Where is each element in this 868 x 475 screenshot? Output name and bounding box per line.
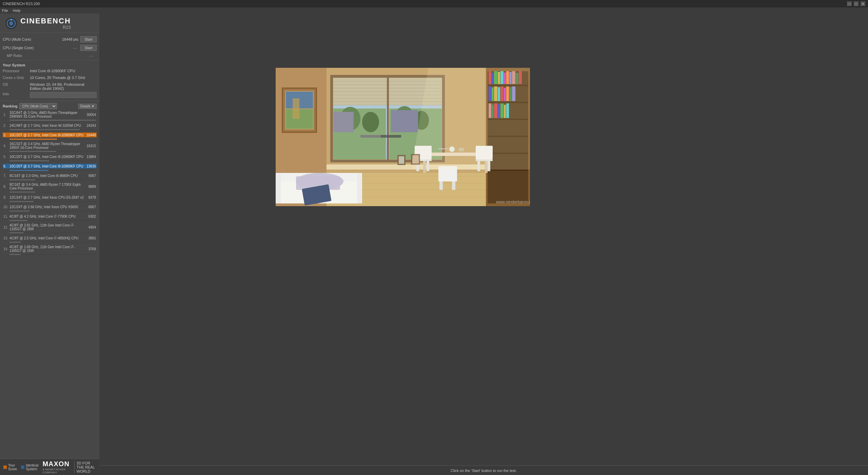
score-bar-row xyxy=(3,200,97,204)
benchmark-section: CPU (Multi Core) 16448 pts Start CPU (Si… xyxy=(0,33,99,60)
menubar: File Help xyxy=(0,7,868,14)
rank-spec: 12C/24T @ 2.7 GHz, Intel Xeon CPU E5-269… xyxy=(9,195,86,200)
rank-number: 10. xyxy=(3,204,9,209)
menu-file[interactable]: File xyxy=(2,8,8,13)
rank-spec: 12C/24T @ 2.66 GHz, Intel Xeon CPU X5650 xyxy=(9,204,86,209)
multi-core-score: 16448 pts xyxy=(60,37,78,41)
ranking-title: Ranking xyxy=(3,104,17,108)
mp-ratio-value: — xyxy=(88,54,95,58)
os-label: OS xyxy=(3,82,30,91)
score-bar-row xyxy=(3,159,97,164)
single-core-score: — xyxy=(72,46,78,50)
rank-score: 16448 xyxy=(86,133,97,137)
cores-row: Cores x GHz 10 Cores, 20 Threads @ 3.7 G… xyxy=(3,76,97,81)
your-score-dot xyxy=(3,466,7,469)
rank-spec: 10C/20T @ 3.7 GHz, Intel Core i9-10900KF… xyxy=(9,133,86,137)
svg-text:www.renderbaron.de: www.renderbaron.de xyxy=(496,200,530,204)
svg-rect-85 xyxy=(439,181,443,190)
table-row[interactable]: 3. 10C/20T @ 3.7 GHz, Intel Core i9-1090… xyxy=(3,133,97,137)
ranking-section: Ranking CPU (Multi Core) CPU (Single Cor… xyxy=(0,101,99,475)
table-row[interactable]: 13. 4C/8T @ 2.5 GHz, Intel Core i7-4850H… xyxy=(3,236,97,240)
rank-spec: 4C/8T @ 2.5 GHz, Intel Core i7-4850HQ CP… xyxy=(9,236,86,240)
score-bar-row xyxy=(3,118,97,123)
rank-spec: 4C/8T @ 4.2 GHz, Intel Core i7-7700K CPU xyxy=(9,214,86,219)
logo-name: CINEBENCH xyxy=(20,17,71,25)
rank-number: 6. xyxy=(3,164,9,169)
rank-spec: 10C/20T @ 3.7 GHz, Intel Core i9-10900KF… xyxy=(9,164,86,169)
rank-number: 5. xyxy=(3,154,9,159)
rank-score: 30054 xyxy=(86,111,97,118)
table-row[interactable]: 14. 4C/8T @ 1.69 GHz, 11th Gen Intel Cor… xyxy=(3,245,97,253)
ranking-list-container: 1. 32C/64T @ 3 GHz, AMD Ryzen Threadripp… xyxy=(3,111,97,474)
single-core-start-button[interactable]: Start xyxy=(80,45,97,51)
svg-point-2 xyxy=(9,21,13,25)
system-section: Your System Processor Intel Core i9-1090… xyxy=(0,60,99,101)
menu-help[interactable]: Help xyxy=(13,8,21,13)
room-scene-svg: www.renderbaron.de xyxy=(276,68,530,206)
rank-number: 4. xyxy=(3,142,9,150)
single-core-label: CPU (Single Core) xyxy=(3,46,72,50)
minimize-button[interactable]: ─ xyxy=(847,1,852,6)
svg-rect-66 xyxy=(333,112,354,132)
mp-ratio-label: MP Ratio xyxy=(7,54,88,58)
rank-score: 9087 xyxy=(86,173,97,178)
table-row[interactable]: 6. 10C/20T @ 3.7 GHz, Intel Core i9-1090… xyxy=(3,164,97,169)
table-row[interactable]: 7. 8C/16T @ 2.3 GHz, Intel Core i9-9880H… xyxy=(3,173,97,178)
table-row[interactable]: 9. 12C/24T @ 2.7 GHz, Intel Xeon CPU E5-… xyxy=(3,195,97,200)
rank-number: 13. xyxy=(3,236,9,240)
rank-number: 9. xyxy=(3,195,9,200)
score-bar-row xyxy=(3,178,97,183)
close-button[interactable]: ✕ xyxy=(861,1,865,6)
cinebench-logo-icon xyxy=(5,17,18,30)
rank-spec: 4C/8T @ 2.81 GHz, 11th Gen Intel Core i7… xyxy=(9,223,86,231)
titlebar: CINEBENCH R23.200 ─ □ ✕ xyxy=(0,0,868,7)
ranking-table: 1. 32C/64T @ 3 GHz, AMD Ryzen Threadripp… xyxy=(3,111,97,257)
score-bar-row xyxy=(3,190,97,195)
identical-system-label: Identical System xyxy=(26,463,38,471)
logo-text: CINEBENCH R23 xyxy=(20,17,71,30)
table-row[interactable]: 1. 32C/64T @ 3 GHz, AMD Ryzen Threadripp… xyxy=(3,111,97,118)
rank-spec: 8C/16T @ 2.3 GHz, Intel Core i9-9880H CP… xyxy=(9,173,86,178)
table-row[interactable]: 12. 4C/8T @ 2.81 GHz, 11th Gen Intel Cor… xyxy=(3,223,97,231)
info-row: Info xyxy=(3,92,97,98)
rank-number: 8. xyxy=(3,183,9,190)
rank-number: 2. xyxy=(3,123,9,128)
rank-number: 11. xyxy=(3,214,9,219)
mp-ratio-row: MP Ratio — xyxy=(3,53,97,59)
os-value: Windows 10, 64 Bit, Professional Edition… xyxy=(30,82,97,91)
table-row[interactable]: 8. 8C/16T @ 3.4 GHz, AMD Ryzen 7 1700X E… xyxy=(3,183,97,190)
processor-label: Processor xyxy=(3,69,30,74)
status-bar: Click on the 'Start' button to run the t… xyxy=(99,466,868,475)
score-bar-row xyxy=(3,253,97,257)
rank-spec: 10C/20T @ 3.7 GHz, Intel Core i9-10900KF… xyxy=(9,154,86,159)
ranking-details-button[interactable]: Details ▼ xyxy=(78,104,97,109)
cores-value: 10 Cores, 20 Threads @ 3.7 GHz xyxy=(30,76,97,81)
rank-score: 3891 xyxy=(86,236,97,240)
multi-core-start-button[interactable]: Start xyxy=(80,36,97,42)
info-input[interactable] xyxy=(30,92,97,98)
rank-score: 24343 xyxy=(86,123,97,128)
table-row[interactable]: 4. 16C/32T @ 3.4 GHz, AMD Ryzen Threadri… xyxy=(3,142,97,150)
score-bar-row xyxy=(3,128,97,133)
table-row[interactable]: 5. 10C/20T @ 3.7 GHz, Intel Core i9-1090… xyxy=(3,154,97,159)
processor-value: Intel Core i9-10900KF CPU xyxy=(30,69,97,74)
svg-rect-72 xyxy=(293,98,299,119)
rank-spec: 24C/48T @ 2.7 GHz, Intel Xeon W-3265M CP… xyxy=(9,123,86,128)
table-row[interactable]: 11. 4C/8T @ 4.2 GHz, Intel Core i7-7700K… xyxy=(3,214,97,219)
ranking-dropdown[interactable]: CPU (Multi Core) CPU (Single Core) xyxy=(19,103,57,109)
rank-number: 12. xyxy=(3,223,9,231)
rank-score: 6867 xyxy=(86,204,97,209)
rank-score: 16315 xyxy=(86,142,97,150)
your-score-label: Your Score xyxy=(8,463,17,471)
restore-button[interactable]: □ xyxy=(854,1,859,6)
table-row[interactable]: 10. 12C/24T @ 2.66 GHz, Intel Xeon CPU X… xyxy=(3,204,97,209)
identical-system-dot xyxy=(21,466,24,469)
rank-number: 3. xyxy=(3,133,9,137)
table-row[interactable]: 2. 24C/48T @ 2.7 GHz, Intel Xeon W-3265M… xyxy=(3,123,97,128)
rank-score: 8889 xyxy=(86,183,97,190)
system-title: Your System xyxy=(3,63,97,67)
rank-score: 8378 xyxy=(86,195,97,200)
score-bar-row xyxy=(3,231,97,236)
multi-core-label: CPU (Multi Core) xyxy=(3,37,60,41)
details-label: Details xyxy=(80,104,91,108)
